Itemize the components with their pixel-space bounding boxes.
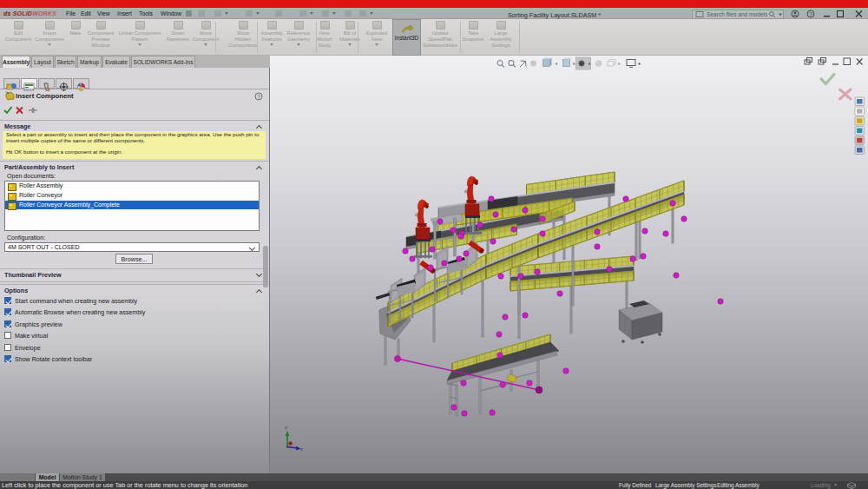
svg-text:?: ? bbox=[809, 10, 812, 18]
svg-text:Search files and models: Search files and models bbox=[707, 11, 768, 17]
svg-text:?: ? bbox=[257, 94, 260, 100]
svg-text:Y: Y bbox=[285, 426, 288, 431]
svg-text:z: z bbox=[300, 446, 303, 452]
